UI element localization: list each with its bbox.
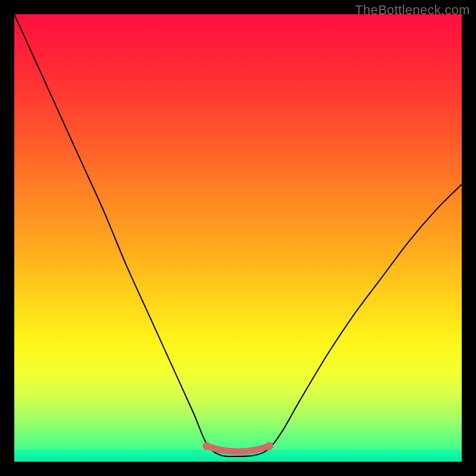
- optimal-zone-highlight: [206, 446, 269, 452]
- watermark-text: TheBottleneck.com: [355, 2, 470, 18]
- plot-area: [14, 14, 462, 462]
- bottleneck-curve: [14, 14, 462, 456]
- chart-frame: TheBottleneck.com: [0, 0, 476, 476]
- optimal-zone-dot-right: [265, 442, 274, 450]
- curve-svg: [14, 14, 462, 462]
- optimal-zone-dot-left: [203, 442, 211, 450]
